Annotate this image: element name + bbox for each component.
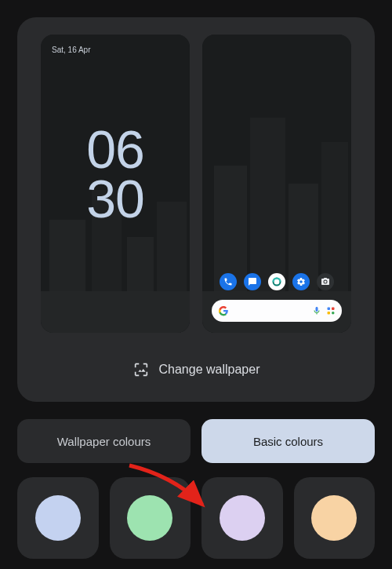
app-dock <box>202 273 351 290</box>
svg-rect-1 <box>328 308 331 311</box>
colour-swatch-2[interactable] <box>110 477 191 559</box>
search-bar <box>212 300 342 322</box>
colour-swatch-4[interactable] <box>294 477 376 559</box>
preview-panel: Sat, 16 Apr 06 30 <box>17 17 375 402</box>
colour-swatch-3[interactable] <box>201 477 283 559</box>
change-wallpaper-button[interactable]: Change wallpaper <box>34 355 358 385</box>
edge-icon <box>268 273 285 290</box>
lockscreen-preview[interactable]: Sat, 16 Apr 06 30 <box>41 35 190 333</box>
swatch-circle <box>35 495 81 541</box>
swatch-circle <box>311 495 357 541</box>
clock-minutes: 30 <box>41 174 190 224</box>
messages-icon <box>244 273 261 290</box>
phone-icon <box>220 273 237 290</box>
colour-source-tabs: Wallpaper colours Basic colours <box>17 419 375 463</box>
homescreen-preview[interactable] <box>202 35 351 333</box>
colour-swatches <box>17 477 375 559</box>
wallpaper-icon <box>132 361 150 378</box>
colour-swatch-1[interactable] <box>17 477 99 559</box>
tab-basic-colours[interactable]: Basic colours <box>201 419 375 463</box>
svg-rect-2 <box>332 308 335 311</box>
swatch-circle <box>127 495 172 541</box>
settings-icon <box>292 273 310 290</box>
lockscreen-clock: 06 30 <box>41 125 190 223</box>
change-wallpaper-label: Change wallpaper <box>159 363 260 377</box>
lens-icon <box>326 306 336 316</box>
lockscreen-date: Sat, 16 Apr <box>52 46 90 54</box>
svg-point-4 <box>332 312 335 315</box>
google-logo-icon <box>218 305 229 316</box>
swatch-circle <box>220 495 265 541</box>
tab-wallpaper-colours[interactable]: Wallpaper colours <box>17 419 191 463</box>
mic-icon <box>312 306 321 316</box>
svg-rect-3 <box>328 312 331 315</box>
clock-hours: 06 <box>41 125 190 174</box>
camera-icon <box>317 273 334 290</box>
